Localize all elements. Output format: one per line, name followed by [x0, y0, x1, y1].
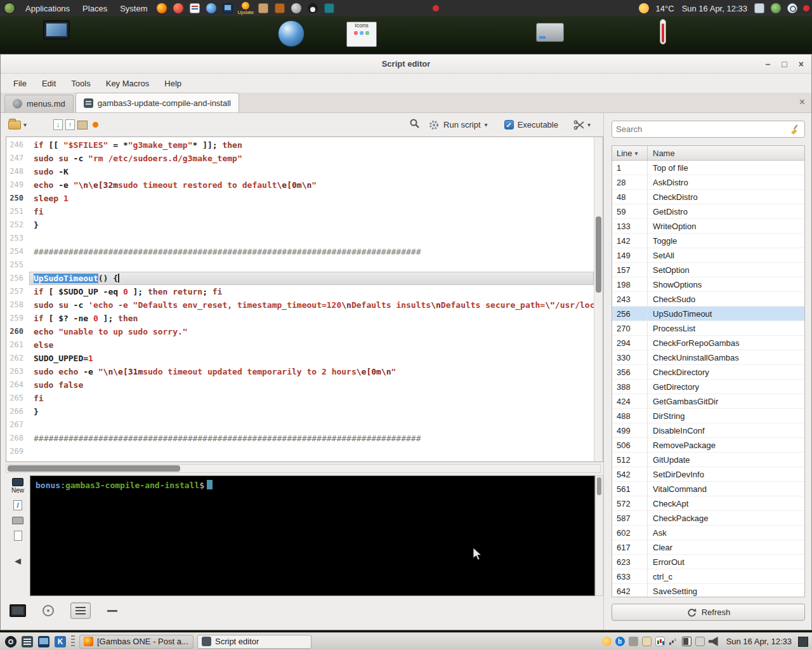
column-header-line[interactable]: Line ▾: [612, 146, 648, 160]
code-line[interactable]: 268#####################################…: [6, 432, 594, 445]
tab-close-icon[interactable]: ×: [799, 96, 805, 108]
editor-vertical-scrollbar[interactable]: [594, 137, 603, 461]
code-line[interactable]: 255: [6, 258, 594, 272]
browser-launcher-icon[interactable]: [206, 3, 216, 13]
function-row[interactable]: 617Clear: [612, 540, 804, 555]
printer-icon[interactable]: [12, 517, 23, 524]
function-row[interactable]: 294CheckForRepoGambas: [612, 336, 804, 350]
drive-desktop-icon[interactable]: [536, 23, 564, 42]
function-search-box[interactable]: [612, 121, 805, 138]
log-page-icon[interactable]: [14, 531, 22, 541]
alert-pin-icon[interactable]: [803, 5, 809, 11]
function-row[interactable]: 1Top of file: [612, 161, 804, 175]
code-line[interactable]: 270ProcessList() {: [6, 458, 594, 461]
code-line[interactable]: 249echo -e "\n\e[32msudo timeout restore…: [6, 178, 594, 192]
code-line[interactable]: 252}: [6, 218, 594, 232]
network-plug-icon[interactable]: [629, 637, 638, 646]
code-line[interactable]: 250sleep 1: [6, 192, 594, 205]
executable-checkbox-group[interactable]: ✓ Executable: [504, 120, 558, 129]
editor-horizontal-scrollbar[interactable]: [6, 464, 601, 473]
clipboard-icon[interactable]: [695, 637, 705, 646]
volume-icon[interactable]: [709, 637, 718, 646]
refresh-button[interactable]: Refresh: [612, 604, 805, 621]
network-desktop-icon[interactable]: [278, 20, 304, 47]
function-row[interactable]: 642SaveSetting: [612, 584, 804, 597]
brush-icon[interactable]: [789, 124, 801, 135]
firefox-launcher-icon[interactable]: [157, 3, 167, 13]
function-row[interactable]: 28AskDistro: [612, 175, 804, 190]
package-script-button[interactable]: [77, 121, 88, 129]
tools-dropdown-button[interactable]: ▾: [573, 120, 591, 130]
thermometer-desktop-icon[interactable]: [660, 19, 666, 44]
menu-file[interactable]: File: [6, 74, 34, 93]
code-line[interactable]: 266}: [6, 405, 594, 418]
k-app-icon[interactable]: K: [55, 636, 66, 647]
code-line[interactable]: 251fi: [6, 205, 594, 218]
display-launcher-icon[interactable]: [223, 3, 233, 13]
close-button[interactable]: ×: [799, 59, 804, 69]
weather-icon[interactable]: [639, 3, 649, 13]
tab-menus-md[interactable]: menus.md: [4, 95, 74, 112]
function-row[interactable]: 356CheckDirectory: [612, 365, 804, 380]
screenshot-icon[interactable]: [754, 3, 764, 13]
scrollbar-thumb[interactable]: [597, 477, 601, 495]
icons-folder-window[interactable]: Icons: [346, 22, 377, 47]
export-script-button[interactable]: ↑: [65, 119, 75, 130]
window-list-icon[interactable]: [22, 636, 33, 647]
search-input[interactable]: [616, 124, 789, 134]
function-row[interactable]: 59GetDistro: [612, 204, 804, 219]
new-terminal-button[interactable]: New: [11, 478, 24, 494]
collapse-panel-button[interactable]: ◀: [15, 556, 21, 566]
menu-edit[interactable]: Edit: [34, 74, 63, 93]
function-row[interactable]: 388GetDirectory: [612, 380, 804, 394]
toolbox-launcher-icon[interactable]: [275, 3, 285, 13]
code-line[interactable]: 261else: [6, 338, 594, 352]
code-line[interactable]: 246if [[ "$SFILES" = *"g3make_temp"* ]];…: [6, 138, 594, 152]
function-row[interactable]: 561VitalCommand: [612, 482, 804, 496]
function-row[interactable]: 506RemovePackage: [612, 438, 804, 453]
search-tray-icon[interactable]: [787, 3, 797, 13]
menu-help[interactable]: Help: [157, 74, 189, 93]
function-row[interactable]: 133WriteOption: [612, 219, 804, 234]
distro-menu-icon[interactable]: [4, 3, 15, 14]
terminal-output[interactable]: bonus:gambas3-compile-and-install$: [30, 475, 595, 596]
output-view-toggle[interactable]: [70, 602, 91, 619]
search-button[interactable]: [409, 118, 421, 131]
function-row[interactable]: 633ctrl_c: [612, 569, 804, 584]
settings-dial-button[interactable]: [43, 605, 54, 616]
top-clock[interactable]: Sun 16 Apr, 12:33: [678, 4, 751, 13]
code-line[interactable]: 267: [6, 418, 594, 432]
package-launcher-icon[interactable]: [173, 3, 183, 13]
code-line[interactable]: 248sudo -K: [6, 165, 594, 178]
function-row[interactable]: 142Toggle: [612, 234, 804, 248]
bluetooth-icon[interactable]: b: [615, 637, 625, 646]
function-row[interactable]: 623ErrorOut: [612, 555, 804, 569]
code-line[interactable]: 259if [ $? -ne 0 ]; then: [6, 312, 594, 325]
function-row[interactable]: 499DisableInConf: [612, 423, 804, 438]
menu-tools[interactable]: Tools: [63, 74, 98, 93]
code-line[interactable]: 264sudo false: [6, 378, 594, 392]
taskbar-button-script-editor[interactable]: Script editor: [197, 635, 311, 649]
function-row[interactable]: 270ProcessList: [612, 321, 804, 336]
weather-tray-icon[interactable]: [602, 637, 612, 646]
function-row[interactable]: 157SetOption: [612, 263, 804, 277]
mail-icon[interactable]: [642, 637, 652, 646]
battery-icon[interactable]: [682, 637, 691, 646]
code-editor[interactable]: 246if [[ "$SFILES" = *"g3make_temp"* ]];…: [6, 136, 603, 462]
applications-menu[interactable]: Applications: [19, 0, 76, 17]
taskbar-button-gambas-one[interactable]: [Gambas ONE - Post a...: [79, 635, 193, 649]
terminal-view-button[interactable]: [10, 604, 26, 617]
executable-checkbox[interactable]: ✓: [504, 120, 514, 129]
scrollbar-thumb[interactable]: [596, 216, 601, 293]
code-line[interactable]: 247sudo su -c "rm /etc/sudoers.d/g3make_…: [6, 152, 594, 165]
minimize-button[interactable]: –: [766, 59, 771, 69]
menu-key-macros[interactable]: Key Macros: [98, 74, 157, 93]
function-row[interactable]: 149SetAll: [612, 248, 804, 263]
code-line[interactable]: 253: [6, 232, 594, 245]
tab-gambas3-script[interactable]: gambas3-update-compile-and-install: [75, 93, 239, 112]
network-launcher-icon[interactable]: [291, 3, 301, 13]
function-row[interactable]: 198ShowOptions: [612, 277, 804, 292]
text-editor-launcher-icon[interactable]: [190, 3, 200, 13]
run-script-button[interactable]: Run script ▾: [424, 118, 492, 132]
signal-strength-icon[interactable]: [669, 637, 678, 646]
